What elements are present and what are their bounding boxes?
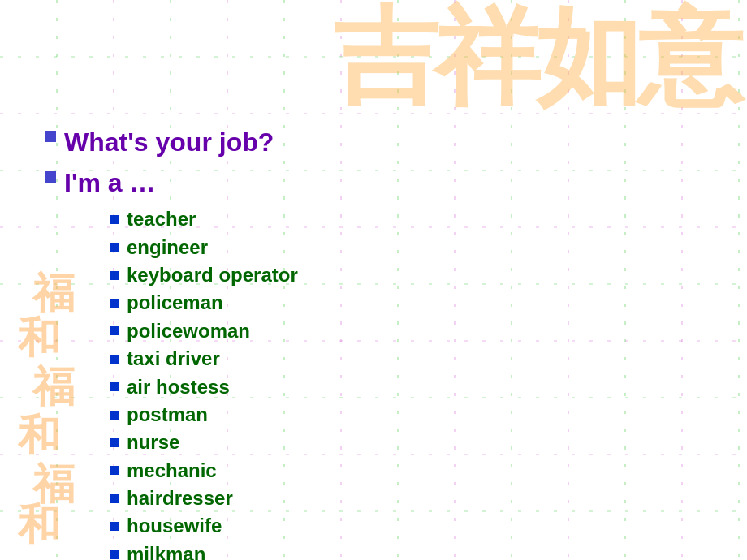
main-content: What's your job? I'm a … teacherengineer… [45,126,298,560]
sub-bullet-icon [110,438,119,447]
question-bullet: What's your job? [45,126,298,160]
job-list-item: nurse [110,429,298,455]
sub-bullet-icon [110,243,119,252]
answer-text: I'm a … [64,166,156,200]
job-list-item: postman [110,402,298,428]
job-list: teacherengineerkeyboard operatorpolicema… [110,206,298,560]
sub-bullet-icon [110,522,119,531]
job-list-item: air hostess [110,374,298,400]
sub-bullet-icon [110,326,119,335]
job-label: hairdresser [127,485,233,511]
job-list-item: teacher [110,206,298,232]
sub-bullet-icon [110,494,119,503]
job-label: housewife [127,513,222,539]
job-label: keyboard operator [127,262,298,288]
job-list-item: policeman [110,290,298,316]
sub-bullet-icon [110,355,119,364]
job-label: policeman [127,290,223,316]
job-list-item: hairdresser [110,485,298,511]
job-label: taxi driver [127,346,220,372]
job-list-item: milkman [110,541,298,560]
sub-bullet-icon [110,382,119,391]
stamp-top-right: 吉祥如意 [333,4,739,110]
question-text: What's your job? [64,126,274,160]
answer-bullet: I'm a … [45,166,298,200]
job-list-item: policewoman [110,318,298,344]
sub-bullet-icon [110,271,119,280]
sub-bullet-icon [110,550,119,559]
job-list-item: engineer [110,235,298,261]
job-label: air hostess [127,374,230,400]
sub-bullet-icon [110,411,119,420]
job-label: nurse [127,429,179,455]
sub-bullet-icon [110,466,119,475]
answer-bullet-icon [45,171,56,183]
sub-bullet-icon [110,215,119,224]
job-label: milkman [127,541,205,560]
job-label: policewoman [127,318,250,344]
job-list-item: housewife [110,513,298,539]
job-label: teacher [127,206,196,232]
question-bullet-icon [45,131,56,142]
job-label: mechanic [127,458,217,484]
job-label: postman [127,402,208,428]
job-list-item: taxi driver [110,346,298,372]
sub-bullet-icon [110,299,119,308]
job-label: engineer [127,235,208,261]
job-list-item: keyboard operator [110,262,298,288]
job-list-item: mechanic [110,458,298,484]
